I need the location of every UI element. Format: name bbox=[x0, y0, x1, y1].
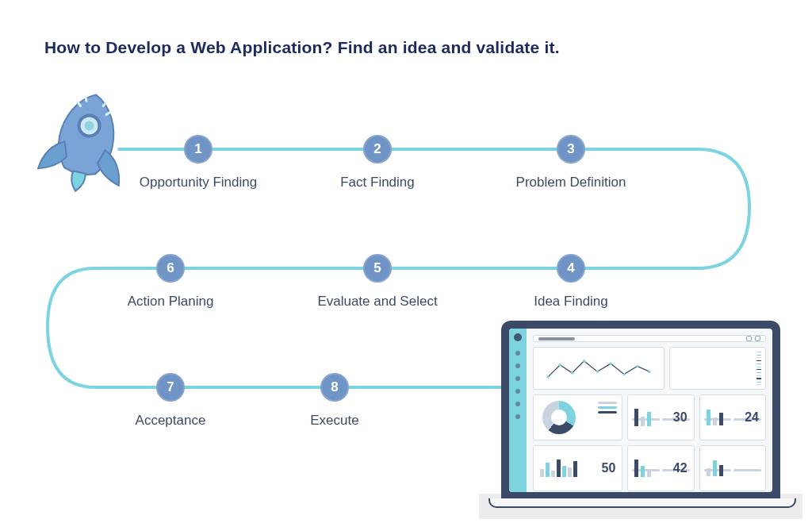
svg-point-5 bbox=[583, 360, 585, 362]
stat-value: 50 bbox=[602, 461, 616, 475]
svg-point-6 bbox=[596, 371, 599, 373]
svg-point-4 bbox=[571, 371, 573, 374]
step-label: Execute bbox=[255, 413, 414, 429]
svg-point-8 bbox=[622, 373, 625, 375]
step-label: Fact Finding bbox=[298, 175, 457, 190]
step-8: 8 Execute bbox=[255, 373, 414, 429]
step-5: 5 Evaluate and Select bbox=[298, 254, 457, 310]
step-2: 2 Fact Finding bbox=[298, 135, 457, 190]
stat-card-2: 24 bbox=[699, 394, 766, 440]
stat-card-1: 30 bbox=[627, 394, 694, 440]
stat-card-3: 50 bbox=[533, 445, 622, 491]
step-badge: 6 bbox=[156, 254, 185, 283]
svg-point-2 bbox=[546, 375, 549, 378]
step-label: Idea Finding bbox=[492, 294, 650, 310]
step-badge: 4 bbox=[557, 254, 585, 283]
dashboard-sidebar bbox=[509, 329, 527, 492]
dashboard-header bbox=[533, 335, 766, 342]
stat-card-4: 42 bbox=[627, 445, 694, 491]
step-label: Evaluate and Select bbox=[298, 294, 457, 310]
line-chart-card bbox=[533, 347, 665, 390]
bar-chart-card bbox=[669, 347, 766, 390]
svg-point-9 bbox=[636, 365, 638, 367]
step-6: 6 Action Planing bbox=[91, 254, 250, 310]
step-label: Acceptance bbox=[91, 413, 250, 429]
step-label: Opportunity Finding bbox=[119, 175, 278, 190]
step-badge: 1 bbox=[184, 135, 213, 163]
step-1: 1 Opportunity Finding bbox=[119, 135, 278, 190]
stat-value: 24 bbox=[745, 410, 759, 425]
step-badge: 8 bbox=[320, 373, 349, 402]
step-7: 7 Acceptance bbox=[91, 373, 250, 429]
donut-chart-card bbox=[533, 394, 622, 440]
laptop-illustration: 30 24 bbox=[498, 313, 783, 519]
svg-point-3 bbox=[559, 364, 561, 366]
step-label: Problem Definition bbox=[492, 175, 650, 190]
step-badge: 7 bbox=[156, 373, 185, 402]
stat-card-5 bbox=[699, 445, 766, 491]
svg-point-10 bbox=[648, 371, 650, 373]
step-4: 4 Idea Finding bbox=[492, 254, 650, 310]
svg-point-7 bbox=[609, 362, 611, 364]
stat-value: 30 bbox=[673, 410, 688, 425]
step-badge: 3 bbox=[557, 135, 585, 163]
step-3: 3 Problem Definition bbox=[492, 135, 650, 190]
stat-value: 42 bbox=[673, 461, 688, 475]
step-badge: 5 bbox=[363, 254, 392, 283]
step-label: Action Planing bbox=[91, 294, 250, 310]
step-badge: 2 bbox=[363, 135, 392, 163]
